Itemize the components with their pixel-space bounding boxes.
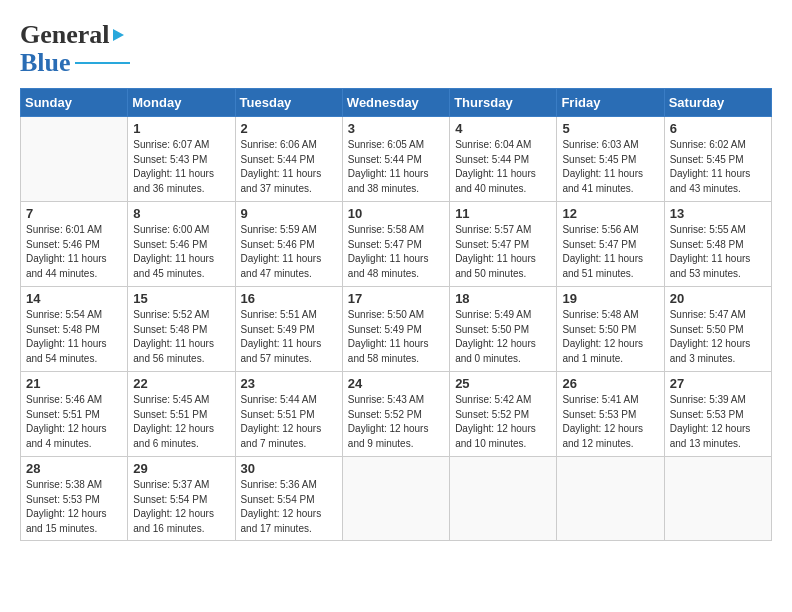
- calendar-day-cell: 7Sunrise: 6:01 AM Sunset: 5:46 PM Daylig…: [21, 202, 128, 287]
- day-number: 12: [562, 206, 658, 221]
- day-number: 22: [133, 376, 229, 391]
- calendar-day-cell: 8Sunrise: 6:00 AM Sunset: 5:46 PM Daylig…: [128, 202, 235, 287]
- day-number: 19: [562, 291, 658, 306]
- day-info: Sunrise: 5:51 AM Sunset: 5:49 PM Dayligh…: [241, 308, 337, 366]
- calendar-day-cell: 20Sunrise: 5:47 AM Sunset: 5:50 PM Dayli…: [664, 287, 771, 372]
- day-info: Sunrise: 5:46 AM Sunset: 5:51 PM Dayligh…: [26, 393, 122, 451]
- calendar-day-cell: [557, 457, 664, 541]
- day-info: Sunrise: 5:44 AM Sunset: 5:51 PM Dayligh…: [241, 393, 337, 451]
- calendar-day-cell: 1Sunrise: 6:07 AM Sunset: 5:43 PM Daylig…: [128, 117, 235, 202]
- day-number: 10: [348, 206, 444, 221]
- day-info: Sunrise: 5:49 AM Sunset: 5:50 PM Dayligh…: [455, 308, 551, 366]
- day-info: Sunrise: 6:03 AM Sunset: 5:45 PM Dayligh…: [562, 138, 658, 196]
- day-info: Sunrise: 6:06 AM Sunset: 5:44 PM Dayligh…: [241, 138, 337, 196]
- calendar-day-cell: 4Sunrise: 6:04 AM Sunset: 5:44 PM Daylig…: [450, 117, 557, 202]
- day-number: 15: [133, 291, 229, 306]
- calendar-day-header: Thursday: [450, 89, 557, 117]
- calendar-day-cell: 10Sunrise: 5:58 AM Sunset: 5:47 PM Dayli…: [342, 202, 449, 287]
- logo-line-icon: [75, 62, 130, 65]
- day-number: 7: [26, 206, 122, 221]
- day-number: 30: [241, 461, 337, 476]
- day-info: Sunrise: 5:37 AM Sunset: 5:54 PM Dayligh…: [133, 478, 229, 536]
- calendar-day-cell: 21Sunrise: 5:46 AM Sunset: 5:51 PM Dayli…: [21, 372, 128, 457]
- day-info: Sunrise: 6:05 AM Sunset: 5:44 PM Dayligh…: [348, 138, 444, 196]
- calendar-week-row: 14Sunrise: 5:54 AM Sunset: 5:48 PM Dayli…: [21, 287, 772, 372]
- day-number: 1: [133, 121, 229, 136]
- day-number: 14: [26, 291, 122, 306]
- day-info: Sunrise: 5:50 AM Sunset: 5:49 PM Dayligh…: [348, 308, 444, 366]
- calendar-week-row: 28Sunrise: 5:38 AM Sunset: 5:53 PM Dayli…: [21, 457, 772, 541]
- day-info: Sunrise: 5:57 AM Sunset: 5:47 PM Dayligh…: [455, 223, 551, 281]
- day-number: 8: [133, 206, 229, 221]
- day-number: 23: [241, 376, 337, 391]
- calendar-day-cell: 13Sunrise: 5:55 AM Sunset: 5:48 PM Dayli…: [664, 202, 771, 287]
- day-number: 3: [348, 121, 444, 136]
- logo: General Blue: [20, 20, 130, 78]
- day-info: Sunrise: 5:45 AM Sunset: 5:51 PM Dayligh…: [133, 393, 229, 451]
- calendar-day-cell: 26Sunrise: 5:41 AM Sunset: 5:53 PM Dayli…: [557, 372, 664, 457]
- calendar-day-cell: 25Sunrise: 5:42 AM Sunset: 5:52 PM Dayli…: [450, 372, 557, 457]
- calendar-day-header: Wednesday: [342, 89, 449, 117]
- calendar-day-cell: 22Sunrise: 5:45 AM Sunset: 5:51 PM Dayli…: [128, 372, 235, 457]
- day-info: Sunrise: 5:36 AM Sunset: 5:54 PM Dayligh…: [241, 478, 337, 536]
- arrow-icon: [113, 29, 124, 41]
- calendar-day-cell: 24Sunrise: 5:43 AM Sunset: 5:52 PM Dayli…: [342, 372, 449, 457]
- calendar-table: SundayMondayTuesdayWednesdayThursdayFrid…: [20, 88, 772, 541]
- calendar-day-header: Sunday: [21, 89, 128, 117]
- day-info: Sunrise: 5:59 AM Sunset: 5:46 PM Dayligh…: [241, 223, 337, 281]
- day-number: 24: [348, 376, 444, 391]
- day-number: 29: [133, 461, 229, 476]
- calendar-day-cell: 28Sunrise: 5:38 AM Sunset: 5:53 PM Dayli…: [21, 457, 128, 541]
- day-info: Sunrise: 6:01 AM Sunset: 5:46 PM Dayligh…: [26, 223, 122, 281]
- calendar-day-cell: [664, 457, 771, 541]
- day-info: Sunrise: 6:02 AM Sunset: 5:45 PM Dayligh…: [670, 138, 766, 196]
- day-number: 4: [455, 121, 551, 136]
- day-number: 5: [562, 121, 658, 136]
- day-number: 16: [241, 291, 337, 306]
- day-number: 9: [241, 206, 337, 221]
- calendar-day-cell: 29Sunrise: 5:37 AM Sunset: 5:54 PM Dayli…: [128, 457, 235, 541]
- day-info: Sunrise: 6:07 AM Sunset: 5:43 PM Dayligh…: [133, 138, 229, 196]
- calendar-day-cell: [342, 457, 449, 541]
- day-info: Sunrise: 5:42 AM Sunset: 5:52 PM Dayligh…: [455, 393, 551, 451]
- calendar-day-header: Monday: [128, 89, 235, 117]
- day-number: 28: [26, 461, 122, 476]
- day-info: Sunrise: 5:38 AM Sunset: 5:53 PM Dayligh…: [26, 478, 122, 536]
- calendar-week-row: 21Sunrise: 5:46 AM Sunset: 5:51 PM Dayli…: [21, 372, 772, 457]
- calendar-day-cell: 17Sunrise: 5:50 AM Sunset: 5:49 PM Dayli…: [342, 287, 449, 372]
- day-number: 21: [26, 376, 122, 391]
- calendar-day-cell: 2Sunrise: 6:06 AM Sunset: 5:44 PM Daylig…: [235, 117, 342, 202]
- calendar-day-cell: 14Sunrise: 5:54 AM Sunset: 5:48 PM Dayli…: [21, 287, 128, 372]
- day-info: Sunrise: 5:52 AM Sunset: 5:48 PM Dayligh…: [133, 308, 229, 366]
- day-info: Sunrise: 5:43 AM Sunset: 5:52 PM Dayligh…: [348, 393, 444, 451]
- day-number: 26: [562, 376, 658, 391]
- logo-blue-text: Blue: [20, 48, 71, 78]
- calendar-day-cell: [21, 117, 128, 202]
- day-info: Sunrise: 6:00 AM Sunset: 5:46 PM Dayligh…: [133, 223, 229, 281]
- day-number: 18: [455, 291, 551, 306]
- calendar-day-cell: 3Sunrise: 6:05 AM Sunset: 5:44 PM Daylig…: [342, 117, 449, 202]
- calendar-day-cell: 16Sunrise: 5:51 AM Sunset: 5:49 PM Dayli…: [235, 287, 342, 372]
- calendar-day-cell: 15Sunrise: 5:52 AM Sunset: 5:48 PM Dayli…: [128, 287, 235, 372]
- calendar-day-header: Saturday: [664, 89, 771, 117]
- day-number: 25: [455, 376, 551, 391]
- calendar-week-row: 1Sunrise: 6:07 AM Sunset: 5:43 PM Daylig…: [21, 117, 772, 202]
- day-info: Sunrise: 5:55 AM Sunset: 5:48 PM Dayligh…: [670, 223, 766, 281]
- calendar-day-cell: 23Sunrise: 5:44 AM Sunset: 5:51 PM Dayli…: [235, 372, 342, 457]
- calendar-day-cell: 11Sunrise: 5:57 AM Sunset: 5:47 PM Dayli…: [450, 202, 557, 287]
- day-number: 6: [670, 121, 766, 136]
- day-number: 20: [670, 291, 766, 306]
- calendar-day-header: Friday: [557, 89, 664, 117]
- day-number: 27: [670, 376, 766, 391]
- day-info: Sunrise: 5:54 AM Sunset: 5:48 PM Dayligh…: [26, 308, 122, 366]
- calendar-header-row: SundayMondayTuesdayWednesdayThursdayFrid…: [21, 89, 772, 117]
- calendar-day-cell: 30Sunrise: 5:36 AM Sunset: 5:54 PM Dayli…: [235, 457, 342, 541]
- day-info: Sunrise: 5:41 AM Sunset: 5:53 PM Dayligh…: [562, 393, 658, 451]
- calendar-day-cell: 18Sunrise: 5:49 AM Sunset: 5:50 PM Dayli…: [450, 287, 557, 372]
- logo-general-text: General: [20, 20, 110, 50]
- day-info: Sunrise: 5:56 AM Sunset: 5:47 PM Dayligh…: [562, 223, 658, 281]
- calendar-day-cell: 19Sunrise: 5:48 AM Sunset: 5:50 PM Dayli…: [557, 287, 664, 372]
- calendar-day-header: Tuesday: [235, 89, 342, 117]
- day-info: Sunrise: 5:48 AM Sunset: 5:50 PM Dayligh…: [562, 308, 658, 366]
- day-number: 13: [670, 206, 766, 221]
